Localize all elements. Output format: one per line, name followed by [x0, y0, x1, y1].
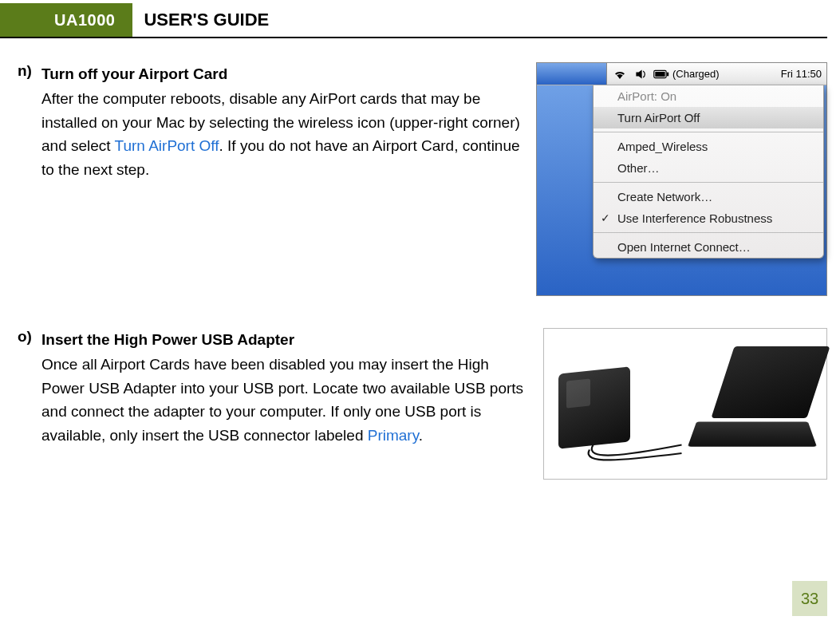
svg-rect-2 — [667, 72, 668, 76]
step-o-body: Insert the High Power USB Adapter Once a… — [41, 328, 543, 447]
step-o-title: Insert the High Power USB Adapter — [41, 328, 527, 351]
menu-item-open-internet-connect[interactable]: Open Internet Connect… — [594, 236, 823, 258]
menu-item-create-network[interactable]: Create Network… — [594, 186, 823, 207]
menu-separator — [594, 232, 823, 233]
checkmark-icon: ✓ — [601, 211, 610, 224]
battery-icon — [653, 66, 669, 82]
page-header: UA1000 USER'S GUIDE — [0, 3, 827, 38]
menubar-desktop-sliver — [537, 63, 607, 85]
step-o: o) Insert the High Power USB Adapter Onc… — [18, 328, 827, 480]
usb-cable-icon — [571, 448, 699, 463]
doc-title: USER'S GUIDE — [132, 3, 269, 37]
step-n: n) Turn off your Airport Card After the … — [18, 62, 827, 296]
usb-adapter-icon — [558, 366, 630, 448]
menu-item-other[interactable]: Other… — [594, 157, 823, 179]
menu-item-robust-label: Use Interference Robustness — [617, 211, 772, 225]
step-o-label: o) — [18, 328, 41, 346]
airport-dropdown: AirPort: On Turn AirPort Off Amped_Wirel… — [593, 85, 824, 259]
menu-desktop-bg: AirPort: On Turn AirPort Off Amped_Wirel… — [537, 85, 826, 295]
figure-usb-adapter — [543, 328, 827, 480]
step-o-link: Primary — [368, 427, 419, 444]
step-o-text-after: . — [419, 427, 423, 444]
mac-menubar: (Charged) Fri 11:50 — [537, 63, 826, 85]
step-n-link: Turn AirPort Off — [115, 137, 219, 154]
menu-item-airport-status: AirPort: On — [594, 85, 823, 107]
volume-icon — [633, 66, 649, 82]
menu-item-interference-robustness[interactable]: ✓ Use Interference Robustness — [594, 207, 823, 229]
page-content: n) Turn off your Airport Card After the … — [0, 38, 840, 480]
menu-separator — [594, 132, 823, 132]
step-n-title: Turn off your Airport Card — [41, 62, 520, 85]
svg-rect-1 — [655, 71, 665, 76]
figure-airport-menu: (Charged) Fri 11:50 AirPort: On Turn Air… — [536, 62, 827, 296]
step-o-text-before: Once all Airport Cards have been disable… — [41, 356, 523, 443]
menu-item-network-amped[interactable]: Amped_Wireless — [594, 136, 823, 157]
menu-item-turn-airport-off[interactable]: Turn AirPort Off — [594, 107, 823, 128]
step-n-label: n) — [18, 62, 41, 80]
step-n-body: Turn off your Airport Card After the com… — [41, 62, 536, 181]
menubar-clock: Fri 11:50 — [781, 68, 822, 80]
laptop-icon — [691, 346, 818, 466]
page-number: 33 — [792, 581, 827, 616]
menu-separator — [594, 182, 823, 183]
product-badge: UA1000 — [0, 3, 132, 37]
wifi-icon — [612, 66, 628, 82]
battery-label: (Charged) — [672, 68, 720, 80]
